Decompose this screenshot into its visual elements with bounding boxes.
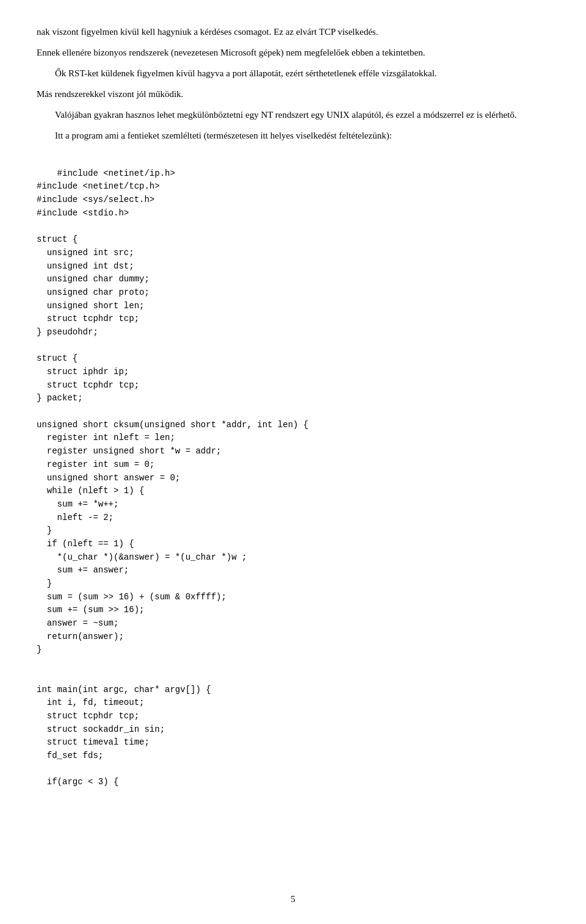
paragraph-4-text: Más rendszerekkel viszont jól működik.: [37, 89, 183, 99]
paragraph-5: Valójában gyakran hasznos lehet megkülön…: [37, 107, 549, 122]
paragraph-6-text: Itt a program ami a fentieket szemléltet…: [55, 131, 392, 140]
paragraph-2-text: Ennek ellenére bizonyos rendszerek (neve…: [37, 48, 425, 57]
code-line-1: #include <netinet/ip.h> #include <netine…: [37, 168, 308, 787]
paragraph-4: Más rendszerekkel viszont jól működik.: [37, 87, 549, 101]
paragraph-1-text: nak viszont figyelmen kívül kell hagyniu…: [37, 27, 378, 37]
paragraph-1: nak viszont figyelmen kívül kell hagyniu…: [37, 24, 549, 39]
paragraph-3: Ők RST-ket küldenek figyelmen kívül hagy…: [37, 66, 549, 81]
code-block: #include <netinet/ip.h> #include <netine…: [37, 154, 549, 803]
paragraph-6: Itt a program ami a fentieket szemléltet…: [37, 128, 549, 143]
page-number: 5: [291, 892, 295, 906]
paragraph-5-text: Valójában gyakran hasznos lehet megkülön…: [55, 110, 517, 120]
paragraph-3-text: Ők RST-ket küldenek figyelmen kívül hagy…: [55, 68, 437, 78]
paragraph-2: Ennek ellenére bizonyos rendszerek (neve…: [37, 45, 549, 60]
page-container: nak viszont figyelmen kívül kell hagyniu…: [0, 0, 586, 924]
